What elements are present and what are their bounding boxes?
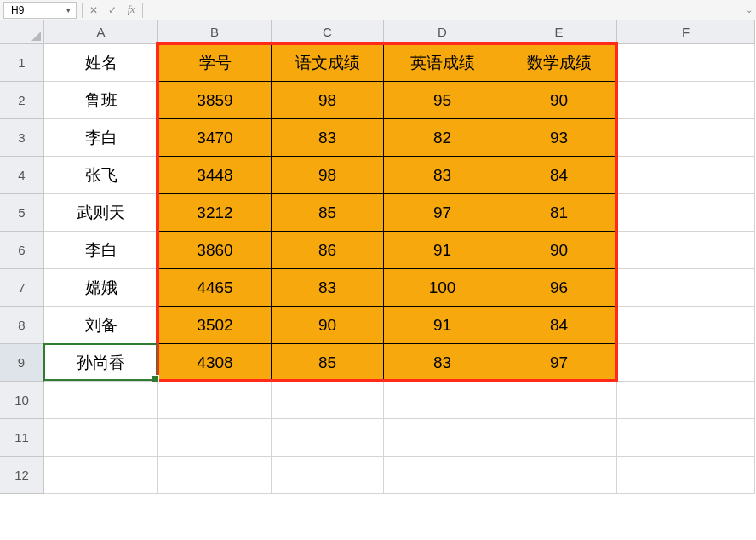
cell[interactable]: 孙尚香 <box>44 344 158 382</box>
cell[interactable]: 83 <box>272 119 384 157</box>
column-header[interactable]: C <box>272 20 384 44</box>
cell[interactable]: 93 <box>501 119 617 157</box>
cell[interactable]: 姓名 <box>44 44 158 82</box>
cell[interactable]: 英语成绩 <box>384 44 501 82</box>
cell[interactable]: 100 <box>384 269 501 307</box>
cell[interactable]: 李白 <box>44 119 158 157</box>
cell[interactable] <box>272 419 384 457</box>
cell[interactable]: 96 <box>501 269 617 307</box>
name-box[interactable]: ▾ <box>3 2 77 19</box>
cell[interactable]: 3859 <box>158 82 272 119</box>
cell[interactable]: 81 <box>501 194 617 232</box>
row-header[interactable]: 6 <box>0 232 44 269</box>
cell[interactable] <box>617 157 755 194</box>
row-header[interactable]: 5 <box>0 194 44 232</box>
row-header[interactable]: 11 <box>0 419 44 457</box>
select-all-triangle[interactable] <box>0 20 44 44</box>
row-header[interactable]: 2 <box>0 82 44 119</box>
cell[interactable]: 98 <box>272 82 384 119</box>
cell[interactable]: 97 <box>384 194 501 232</box>
cell[interactable] <box>158 419 272 457</box>
cell[interactable] <box>44 419 158 457</box>
cell[interactable] <box>158 382 272 419</box>
row-header[interactable]: 7 <box>0 269 44 307</box>
cell[interactable]: 3502 <box>158 307 272 344</box>
cell[interactable]: 李白 <box>44 232 158 269</box>
cell[interactable] <box>501 382 617 419</box>
formula-bar-expand-icon[interactable]: ⌄ <box>742 5 756 14</box>
cell[interactable] <box>617 344 755 382</box>
cell[interactable]: 90 <box>501 82 617 119</box>
cell[interactable] <box>617 269 755 307</box>
fx-icon[interactable]: fx <box>122 2 140 19</box>
cell[interactable]: 91 <box>384 232 501 269</box>
cell[interactable]: 3212 <box>158 194 272 232</box>
cell[interactable] <box>617 194 755 232</box>
cell[interactable] <box>617 382 755 419</box>
cell[interactable]: 86 <box>272 232 384 269</box>
row-header[interactable]: 4 <box>0 157 44 194</box>
column-header[interactable]: E <box>501 20 617 44</box>
cell[interactable]: 84 <box>501 157 617 194</box>
cell[interactable]: 鲁班 <box>44 82 158 119</box>
cell[interactable]: 学号 <box>158 44 272 82</box>
row-header[interactable]: 8 <box>0 307 44 344</box>
cell[interactable] <box>272 382 384 419</box>
cell[interactable]: 3470 <box>158 119 272 157</box>
cell-reference-input[interactable] <box>9 3 52 17</box>
cell[interactable] <box>617 82 755 119</box>
cell[interactable]: 数学成绩 <box>501 44 617 82</box>
cell[interactable]: 90 <box>272 307 384 344</box>
cell[interactable] <box>44 382 158 419</box>
cell[interactable] <box>501 419 617 457</box>
cell[interactable]: 4308 <box>158 344 272 382</box>
cell[interactable] <box>617 119 755 157</box>
cell[interactable] <box>617 232 755 269</box>
cell[interactable]: 4465 <box>158 269 272 307</box>
cell[interactable] <box>384 457 501 494</box>
name-box-dropdown-icon[interactable]: ▾ <box>66 6 71 14</box>
cell[interactable] <box>158 457 272 494</box>
row-header[interactable]: 1 <box>0 44 44 82</box>
cell[interactable]: 3448 <box>158 157 272 194</box>
cell[interactable]: 85 <box>272 344 384 382</box>
column-header[interactable]: D <box>384 20 501 44</box>
cell[interactable] <box>617 44 755 82</box>
row-header[interactable]: 9 <box>0 344 44 382</box>
cell[interactable]: 83 <box>384 157 501 194</box>
cell[interactable] <box>617 307 755 344</box>
row-header[interactable]: 10 <box>0 382 44 419</box>
cell[interactable]: 武则天 <box>44 194 158 232</box>
cell[interactable]: 刘备 <box>44 307 158 344</box>
cell[interactable]: 91 <box>384 307 501 344</box>
cell[interactable]: 张飞 <box>44 157 158 194</box>
column-header[interactable]: A <box>44 20 158 44</box>
column-header[interactable]: B <box>158 20 272 44</box>
cancel-icon[interactable]: ✕ <box>84 2 103 19</box>
cell[interactable]: 嫦娥 <box>44 269 158 307</box>
cell[interactable]: 98 <box>272 157 384 194</box>
cell[interactable] <box>501 457 617 494</box>
cell[interactable] <box>617 457 755 494</box>
cell[interactable]: 90 <box>501 232 617 269</box>
cell[interactable]: 83 <box>384 344 501 382</box>
confirm-icon[interactable]: ✓ <box>103 2 122 19</box>
row-header[interactable]: 3 <box>0 119 44 157</box>
cell[interactable]: 97 <box>501 344 617 382</box>
cell[interactable]: 语文成绩 <box>272 44 384 82</box>
cell[interactable]: 85 <box>272 194 384 232</box>
formula-input[interactable] <box>145 2 742 19</box>
cell[interactable]: 3860 <box>158 232 272 269</box>
cell[interactable] <box>384 382 501 419</box>
cell[interactable]: 84 <box>501 307 617 344</box>
cell[interactable]: 82 <box>384 119 501 157</box>
cell[interactable]: 83 <box>272 269 384 307</box>
column-header[interactable]: F <box>617 20 755 44</box>
cell[interactable] <box>272 457 384 494</box>
cell-grid[interactable]: 姓名学号语文成绩英语成绩数学成绩鲁班3859989590李白3470838293… <box>44 44 755 494</box>
cell[interactable]: 95 <box>384 82 501 119</box>
cell[interactable] <box>44 457 158 494</box>
cell[interactable] <box>617 419 755 457</box>
cell[interactable] <box>384 419 501 457</box>
row-header[interactable]: 12 <box>0 457 44 494</box>
